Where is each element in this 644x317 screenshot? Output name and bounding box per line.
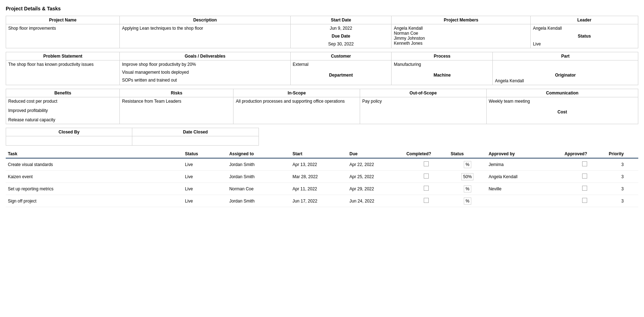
status-value: Live <box>531 40 638 48</box>
task-status: Live <box>183 171 227 183</box>
task-completed-checkbox[interactable] <box>404 195 448 207</box>
task-approved-checkbox[interactable] <box>562 183 607 195</box>
task-status-val[interactable]: % <box>448 158 486 171</box>
closed-by-input[interactable] <box>6 136 132 146</box>
col-header-project-name: Project Name <box>6 16 120 24</box>
completed-checkbox[interactable] <box>424 186 429 191</box>
status-label-cell: Status <box>531 32 638 40</box>
task-approved-by: Jemima <box>486 158 562 171</box>
task-completed-checkbox[interactable] <box>404 171 448 183</box>
completed-col-header: Completed? <box>404 150 448 158</box>
task-status-val[interactable]: % <box>448 183 486 195</box>
col-header-date-closed: Date Closed <box>132 128 259 136</box>
part-value <box>493 60 638 69</box>
task-start: Apr 11, 2022 <box>290 183 347 195</box>
col-header-goals: Goals / Deliverables <box>120 52 290 60</box>
department-label: Department <box>293 73 389 78</box>
approved-checkbox[interactable] <box>582 161 587 166</box>
task-start: Jun 17, 2022 <box>290 195 347 207</box>
customer-value: External <box>290 60 392 69</box>
task-status: Live <box>183 195 227 207</box>
table-row: Set up reporting metrics Live Norman Coe… <box>6 183 638 195</box>
problem-statement-value: The shop floor has known productivity is… <box>6 60 120 85</box>
task-col-header: Task <box>6 150 183 158</box>
due-col-header: Due <box>347 150 404 158</box>
project-name-value: Shop floor improvements <box>6 24 120 48</box>
closed-section: Closed By Date Closed <box>6 128 259 146</box>
col-header-leader: Leader <box>531 16 638 24</box>
col-header-customer: Customer <box>290 52 392 60</box>
col-header-out-of-scope: Out-of-Scope <box>360 89 487 97</box>
task-approved-checkbox[interactable] <box>562 171 607 183</box>
table-row: Kaizen event Live Jordan Smith Mar 28, 2… <box>6 171 638 183</box>
table-row: Create visual standards Live Jordan Smit… <box>6 158 638 171</box>
approved-checkbox[interactable] <box>582 198 587 203</box>
completed-checkbox[interactable] <box>424 161 429 166</box>
col-header-process: Process <box>392 52 493 60</box>
col-header-closed-by: Closed By <box>6 128 132 136</box>
col-header-problem-statement: Problem Statement <box>6 52 120 60</box>
task-assigned-to: Jordan Smith <box>227 171 290 183</box>
task-status: Live <box>183 183 227 195</box>
due-date-value: Sep 30, 2022 <box>290 40 392 48</box>
approved-checkbox[interactable] <box>582 174 587 179</box>
table-row: Sign off project Live Jordan Smith Jun 1… <box>6 195 638 207</box>
communication-value: Weekly team meeting Cost <box>486 97 638 124</box>
completed-checkbox[interactable] <box>424 198 429 203</box>
benefits-section: Benefits Risks In-Scope Out-of-Scope Com… <box>6 89 638 124</box>
task-status-val[interactable]: 50% <box>448 171 486 183</box>
status-percent-input[interactable]: % <box>464 161 471 168</box>
machine-label: Machine <box>394 73 490 78</box>
task-start: Apr 13, 2022 <box>290 158 347 171</box>
task-status-val[interactable]: % <box>448 195 486 207</box>
project-members-value: Angela Kendall Norman Coe Jimmy Johnston… <box>392 24 531 48</box>
task-approved-checkbox[interactable] <box>562 158 607 171</box>
description-value: Applying Lean techniques to the shop flo… <box>120 24 290 48</box>
problem-details-section: Problem Statement Goals / Deliverables C… <box>6 52 638 85</box>
task-assigned-to: Norman Coe <box>227 183 290 195</box>
cost-label: Cost <box>489 109 636 114</box>
originator-cell: Originator Angela Kendall <box>493 68 638 85</box>
task-name: Kaizen event <box>6 171 183 183</box>
task-completed-checkbox[interactable] <box>404 158 448 171</box>
task-name: Set up reporting metrics <box>6 183 183 195</box>
in-scope-value: All production processes and supporting … <box>233 97 360 124</box>
task-table: Task Status Assigned to Start Due Comple… <box>6 150 638 207</box>
date-closed-input[interactable] <box>132 136 259 146</box>
out-of-scope-value: Pay policy <box>360 97 487 124</box>
benefits-value: Reduced cost per product Improved profit… <box>6 97 120 124</box>
task-name: Create visual standards <box>6 158 183 171</box>
task-due: Apr 22, 2022 <box>347 158 404 171</box>
start-date-value: Jun 9, 2022 <box>290 24 392 33</box>
task-assigned-to: Jordan Smith <box>227 195 290 207</box>
goals-value: Improve shop floor productivity by 20% V… <box>120 60 290 85</box>
status-col2-header: Status <box>448 150 486 158</box>
task-priority: 3 <box>607 195 639 207</box>
task-approved-checkbox[interactable] <box>562 195 607 207</box>
process-value: Manufacturing <box>392 60 493 69</box>
task-priority: 3 <box>607 171 639 183</box>
status-percent-input[interactable]: 50% <box>461 173 473 180</box>
task-assigned-to: Jordan Smith <box>227 158 290 171</box>
col-header-start-date: Start Date <box>290 16 392 24</box>
task-priority: 3 <box>607 183 639 195</box>
task-approved-by: Angela Kendall <box>486 171 562 183</box>
status-percent-input[interactable]: % <box>464 185 471 192</box>
col-header-in-scope: In-Scope <box>233 89 360 97</box>
task-due: Apr 25, 2022 <box>347 171 404 183</box>
approved-by-col-header: Approved by <box>486 150 562 158</box>
task-priority: 3 <box>607 158 639 171</box>
originator-label: Originator <box>495 73 636 78</box>
approved-col-header: Approved? <box>562 150 607 158</box>
col-header-benefits: Benefits <box>6 89 120 97</box>
task-completed-checkbox[interactable] <box>404 183 448 195</box>
status-col-header: Status <box>183 150 227 158</box>
start-col-header: Start <box>290 150 347 158</box>
status-percent-input[interactable]: % <box>464 197 471 205</box>
completed-checkbox[interactable] <box>424 174 429 179</box>
assigned-to-col-header: Assigned to <box>227 150 290 158</box>
task-status: Live <box>183 158 227 171</box>
priority-col-header: Priority <box>607 150 639 158</box>
col-header-project-members: Project Members <box>392 16 531 24</box>
approved-checkbox[interactable] <box>582 186 587 191</box>
